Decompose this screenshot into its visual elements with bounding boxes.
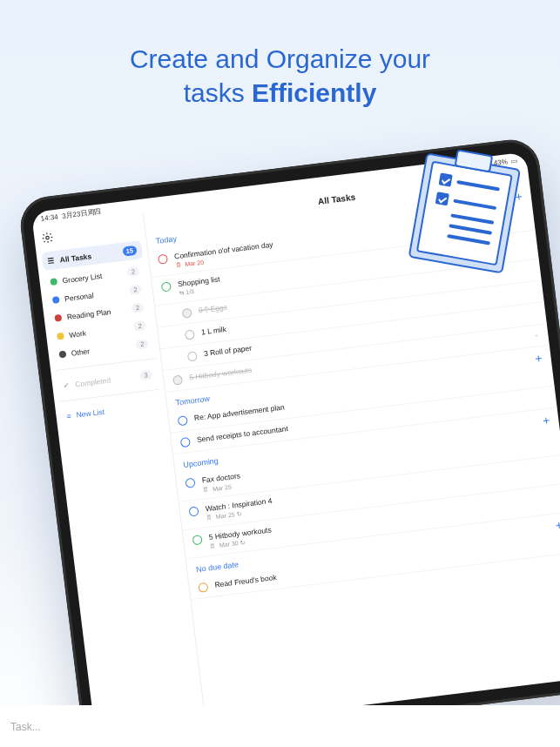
color-dot [57,332,64,340]
new-task-bar: Task... [0,705,560,747]
sidebar-item-count: 2 [131,302,144,313]
task-checkbox[interactable] [172,375,183,386]
clipboard-illustration [408,145,523,273]
sidebar-item-label: Completed [75,373,136,388]
sidebar-item-label: Reading Plan [66,305,127,320]
sidebar-item-label: Other [71,341,132,357]
task-checkbox[interactable] [185,478,195,488]
task-checkbox[interactable] [198,582,208,593]
task-checkbox[interactable] [185,330,195,340]
headline-line2b: Efficiently [252,78,376,107]
color-dot [58,350,66,358]
headline-line1: Create and Organize your [130,44,430,73]
new-list-label: New List [76,400,157,419]
task-checkbox[interactable] [158,254,168,265]
headline-line2a: tasks [184,78,252,107]
color-dot [50,278,57,286]
color-dot [52,296,60,304]
chevron-down-icon[interactable]: ⌄ [533,331,540,340]
inbox-icon: ☰ [47,256,55,266]
new-task-input[interactable]: Task... [0,705,560,747]
page-title: All Tasks [317,192,355,206]
task-checkbox[interactable] [180,437,191,448]
svg-point-0 [46,236,50,239]
add-task-button[interactable]: + [555,520,560,529]
task-checkbox[interactable] [187,352,198,362]
list-icon: ≡ [66,411,71,421]
headline: Create and Organize your tasks Efficient… [0,0,560,110]
sidebar-item-count: 2 [126,266,139,278]
add-task-button[interactable]: + [535,353,543,363]
task-checkbox[interactable] [188,506,199,516]
check-icon: ✔ [63,380,71,390]
group-label: No due date [196,560,240,574]
sidebar-item-label: Work [69,323,130,339]
sidebar-item-count: 2 [129,284,142,295]
sidebar-item-count: 2 [133,320,146,332]
sidebar-item-count: 3 [139,370,152,381]
sidebar-item-label: Personal [64,286,125,302]
group-label: Today [155,234,177,246]
sidebar-item-label: Grocery List [62,269,123,285]
gear-icon[interactable] [41,231,55,245]
task-checkbox[interactable] [178,416,188,427]
sidebar-item-count: 2 [136,339,149,350]
task-checkbox[interactable] [182,308,192,319]
task-checkbox[interactable] [192,535,202,545]
task-checkbox[interactable] [161,281,172,292]
new-list-button[interactable]: ≡ New List [60,396,162,426]
sidebar-item-label: All Tasks [59,248,118,264]
group-label: Tomorrow [175,394,210,407]
color-dot [54,313,62,321]
sidebar-item-count: 15 [122,246,138,257]
group-label: Upcoming [183,457,219,470]
add-task-button[interactable]: + [543,416,550,426]
